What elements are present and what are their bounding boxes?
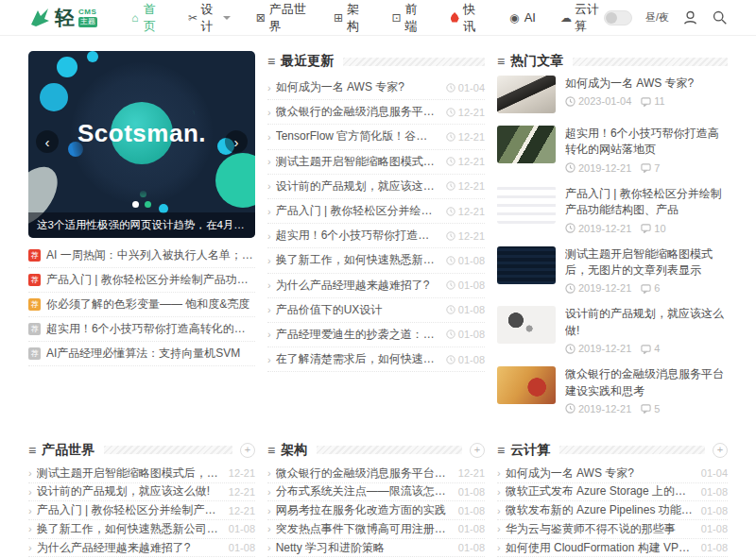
nav-item[interactable]: 架构 [333, 1, 367, 35]
arrow-icon: › [267, 304, 271, 315]
logo-cms-label: CMS [78, 8, 96, 16]
list-item[interactable]: › 设计前的产品规划，就应该这么做! 12-21 [28, 483, 255, 502]
site-logo[interactable]: 轻 CMS 主题 [28, 7, 97, 29]
carousel-next-button[interactable]: › [225, 130, 248, 153]
item-title: 网易考拉在服务化改造方面的实践 [276, 502, 451, 518]
list-item[interactable]: › 华为云与鉴黄师不得不说的那些事 01-08 [497, 520, 728, 539]
arrow-icon: › [267, 131, 271, 143]
item-title: 分布式系统关注点——限流该怎么做? [276, 483, 451, 499]
item-date: 12-21 [458, 467, 485, 479]
clock-icon [565, 162, 576, 173]
list-icon: ≡ [267, 444, 275, 457]
recent-item[interactable]: › 设计前的产品规划，就应该这么做! 12-21 [267, 175, 485, 199]
item-title: 测试主题开启智能缩略图模式后，无图片的文章列表显示 [565, 246, 728, 279]
list-item[interactable]: › 为什么产品经理越来越难招了? 01-08 [28, 539, 255, 558]
more-button[interactable] [470, 443, 485, 458]
hot-article-card[interactable]: 设计前的产品规划，就应该这么做! 2019-12-21 [497, 306, 728, 354]
list-item[interactable]: › 微软发布新的 Azure Pipelines 功能和集成 01-08 [497, 501, 728, 520]
hot-article-card[interactable]: 超实用！6个小技巧帮你打造高转化的网站落地页 2019-12-21 [497, 126, 728, 174]
nav-item[interactable]: 快讯 [449, 1, 483, 35]
list-item[interactable]: › 微软正式发布 Azure Storage 上的静态网站 01-08 [497, 483, 728, 502]
recent-item[interactable]: › 测试主题开启智能缩略图模式后，无图片的... 12-21 [267, 150, 485, 175]
item-title: 微软发布新的 Azure Pipelines 功能和集成 [506, 502, 694, 518]
arrow-icon: › [267, 180, 271, 192]
carousel-dot[interactable] [145, 201, 151, 208]
item-date: 12-21 [458, 180, 485, 192]
slide-title: Scotsman. [77, 119, 206, 148]
list-item[interactable]: › 网易考拉在服务化改造方面的实践 01-08 [267, 501, 485, 520]
list-item[interactable]: › 分布式系统关注点——限流该怎么做? 01-08 [267, 483, 485, 502]
comment-count: 11 [654, 95, 664, 107]
more-button[interactable] [713, 443, 728, 458]
item-date: 12-21 [458, 206, 485, 217]
comment-icon [641, 344, 651, 354]
recent-item[interactable]: › 产品价值下的UX设计 01-08 [267, 298, 485, 323]
recent-item[interactable]: › 超实用！6个小技巧帮你打造高转化的网站落... 12-21 [267, 224, 485, 248]
nav-item[interactable]: 首页 [129, 1, 163, 35]
slide-caption[interactable]: 这3个适用性极强的网页设计趋势，在4月非常... [28, 212, 255, 238]
clock-icon [446, 231, 455, 241]
featured-item[interactable]: 产品入门 | 教你轻松区分并绘制产品功能结构图、产... [28, 268, 255, 293]
nav-item-label: 架构 [347, 1, 367, 35]
carousel[interactable]: Scotsman. ‹ › 这3个适用性极强的网页设计趋势，在4月非常... [28, 51, 255, 238]
arrow-icon: › [267, 230, 271, 242]
nav-item[interactable]: 云计算 [560, 1, 604, 35]
featured-item[interactable]: 超实用！6个小技巧帮你打造高转化的网站落地页 [28, 317, 255, 342]
list-item[interactable]: › 突发热点事件下微博高可用注册中心 vintag... 01-08 [267, 520, 485, 539]
item-title: 测试主题开启智能缩略图模式后，无图片的... [37, 465, 221, 482]
list-item[interactable]: › 微众银行的金融级消息服务平台建设实践和... 12-21 [267, 465, 485, 483]
search-button[interactable] [712, 9, 728, 25]
recent-item[interactable]: › 产品入门 | 教你轻松区分并绘制产品功能结... 12-21 [267, 199, 485, 224]
list-item[interactable]: › 测试主题开启智能缩略图模式后，无图片的... 12-21 [28, 465, 255, 483]
item-title: Netty 学习和进阶策略 [276, 540, 451, 556]
hot-article-card[interactable]: 产品入门 | 教你轻松区分并绘制产品功能结构图、产品 2019-12-21 [497, 186, 728, 234]
nav-item-label: 前端 [405, 1, 425, 35]
hot-article-card[interactable]: 测试主题开启智能缩略图模式后，无图片的文章列表显示 2019-12-21 [497, 246, 728, 295]
more-button[interactable] [240, 443, 255, 458]
nav-item[interactable]: 设计 [188, 1, 231, 35]
recent-item[interactable]: › 产品经理爱迪生的抄袭之道：商业如何分化... 01-08 [267, 323, 485, 347]
item-date: 2023-01-04 [578, 95, 631, 107]
featured-item[interactable]: AI产品经理必懂算法：支持向量机SVM [28, 342, 255, 366]
arrow-icon: › [497, 505, 501, 516]
nav-controls: 昼/夜 [604, 9, 728, 25]
item-title: 换了新工作，如何快速熟悉新公司产品 [276, 252, 438, 268]
recent-item[interactable]: › 在了解清楚需求后，如何快速输出需求文档? 01-08 [267, 347, 485, 372]
day-night-toggle[interactable] [604, 10, 632, 25]
comment-icon [641, 96, 651, 107]
scissors-icon [188, 11, 198, 25]
item-date: 01-08 [458, 279, 485, 291]
recent-item[interactable]: › 微众银行的金融级消息服务平台建设实践和... 12-21 [267, 100, 485, 125]
hot-article-card[interactable]: 微众银行的金融级消息服务平台建设实践和思考 2019-12-21 [497, 366, 728, 414]
featured-item[interactable]: AI 一周热闻：中兴列入被执行人名单；微软公开 “... [28, 244, 255, 268]
carousel-prev-button[interactable]: ‹ [36, 130, 59, 153]
item-title: 产品入门 | 教你轻松区分并绘制产品功能结构图、产... [46, 272, 255, 288]
list-item[interactable]: › 产品入门 | 教你轻松区分并绘制产品功能结... 12-21 [28, 501, 255, 520]
recent-item[interactable]: › 换了新工作，如何快速熟悉新公司产品 01-08 [267, 248, 485, 273]
comment-count: 5 [654, 403, 660, 414]
carousel-dot[interactable] [132, 201, 139, 208]
arrow-icon: › [267, 329, 271, 340]
user-button[interactable] [682, 9, 698, 25]
clock-icon [446, 132, 455, 142]
item-date: 01-08 [458, 255, 485, 266]
recent-item[interactable]: › TensorFlow 官方简化版！谷歌开源机器学... 12-21 [267, 125, 485, 149]
featured-item[interactable]: 你必须了解的色彩变量—— 饱和度&亮度 [28, 293, 255, 317]
comment-icon [641, 223, 651, 233]
recent-item[interactable]: › 为什么产品经理越来越难招了? 01-08 [267, 274, 485, 298]
list-item[interactable]: › Netty 学习和进阶策略 01-08 [267, 539, 485, 558]
list-item[interactable]: › 换了新工作，如何快速熟悉新公司产品 01-08 [28, 520, 255, 539]
nav-item[interactable]: AI [507, 10, 536, 25]
arrow-icon: › [28, 523, 32, 534]
recent-item[interactable]: › 如何成为一名 AWS 专家? 01-04 [267, 76, 485, 100]
list-item[interactable]: › 如何使用 CloudFormation 构建 VPC (第... 01-08 [497, 539, 728, 558]
nav-item[interactable]: 前端 [391, 1, 425, 35]
arrow-icon: › [267, 505, 271, 516]
recommend-badge-icon [28, 347, 41, 360]
hot-article-card[interactable]: 如何成为一名 AWS 专家? 2023-01-04 [497, 76, 728, 113]
item-title: 微众银行的金融级消息服务平台建设实践和... [276, 465, 451, 482]
list-item[interactable]: › 如何成为一名 AWS 专家? 01-04 [497, 465, 728, 483]
item-title: 设计前的产品规划，就应该这么做! [276, 178, 438, 194]
clock-icon [446, 256, 455, 265]
nav-item[interactable]: 产品世界 [255, 1, 308, 35]
